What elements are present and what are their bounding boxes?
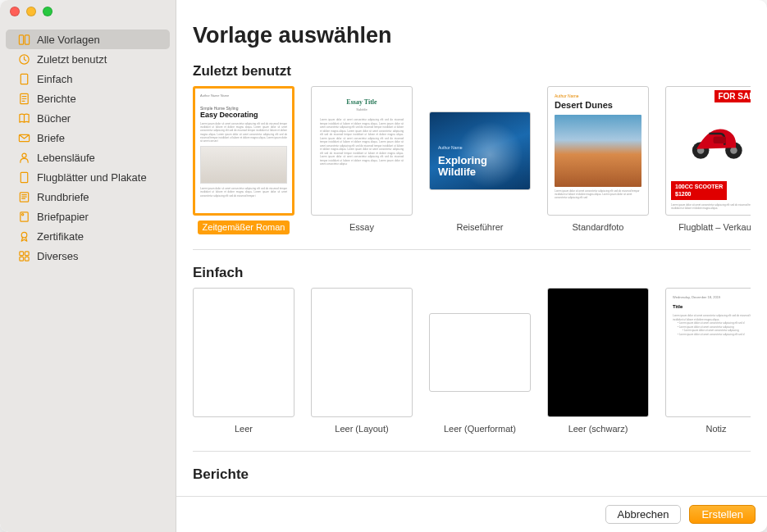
page-icon (17, 171, 30, 184)
template-thumbnail: Author NameExploringWildlife (429, 111, 531, 190)
templates-row: Author Name NameSimple Home StylingEasy … (193, 86, 751, 250)
template-tile[interactable]: Author NameDesert DunesLorem ipsum dolor… (547, 86, 649, 234)
template-thumbnail (193, 288, 294, 417)
sidebar-item-label: Flugblätter und Plakate (37, 171, 147, 184)
create-button[interactable]: Erstellen (689, 505, 756, 524)
template-tile[interactable]: FOR SALE100CC SCOOTER$1200Lorem ipsum do… (665, 86, 751, 234)
template-tile[interactable]: Wednesday, December 18, 2019TitleLorem i… (665, 288, 751, 436)
template-tile[interactable]: Author Name NameSimple Home StylingEasy … (193, 86, 294, 234)
sidebar-item-8[interactable]: Rundbriefe (6, 187, 170, 207)
templates-all-icon (17, 33, 30, 46)
sidebar-item-4[interactable]: Bücher (6, 108, 170, 128)
template-label: Standardfoto (568, 221, 629, 234)
zoom-window-button[interactable] (43, 7, 53, 16)
template-label: Leer (Querformat) (439, 422, 521, 436)
main-area: Vorlage auswählen Zuletzt benutztAuthor … (176, 0, 767, 532)
sidebar-item-11[interactable]: Diverses (6, 246, 170, 266)
sidebar-item-label: Rundbriefe (37, 191, 89, 203)
sidebar-item-6[interactable]: Lebensläufe (6, 148, 170, 167)
book-icon (17, 111, 30, 125)
template-label: Reiseführer (452, 221, 509, 234)
svg-point-10 (21, 213, 23, 215)
svg-rect-13 (25, 251, 29, 255)
sidebar: Alle VorlagenZuletzt benutztEinfachBeric… (0, 0, 176, 532)
template-thumbnail: Author Name NameSimple Home StylingEasy … (193, 86, 294, 216)
close-window-button[interactable] (10, 7, 20, 16)
template-thumbnail: Author NameDesert DunesLorem ipsum dolor… (547, 86, 649, 216)
minimize-window-button[interactable] (26, 7, 36, 16)
section-title: Zuletzt benutzt (193, 63, 751, 80)
svg-rect-1 (25, 34, 29, 43)
sidebar-item-label: Diverses (37, 250, 79, 262)
template-tile[interactable]: Author NameExploringWildlifeReiseführer (429, 86, 531, 234)
footer: Abbrechen Erstellen (176, 496, 767, 532)
template-label: Essay (345, 221, 379, 234)
sidebar-item-5[interactable]: Briefe (6, 128, 170, 148)
template-thumbnail: Wednesday, December 18, 2019TitleLorem i… (665, 288, 751, 417)
svg-point-11 (21, 232, 27, 238)
template-label: Leer (schwarz) (564, 422, 633, 436)
sidebar-item-label: Einfach (37, 73, 72, 85)
template-label: Flugblatt – Verkauf (673, 221, 751, 234)
sidebar-item-10[interactable]: Zertifikate (6, 226, 170, 246)
misc-icon (17, 249, 30, 262)
templates-row: LeerLeer (Layout)Leer (Querformat)Leer (… (193, 288, 751, 452)
template-tile[interactable]: Leer (Layout) (311, 288, 413, 436)
template-label: Leer (230, 422, 258, 436)
template-chooser-window: Alle VorlagenZuletzt benutztEinfachBeric… (0, 0, 767, 532)
svg-rect-14 (19, 257, 23, 261)
sidebar-item-label: Zertifikate (37, 230, 84, 243)
svg-rect-12 (19, 251, 23, 255)
svg-rect-20 (714, 136, 726, 143)
svg-rect-15 (25, 257, 29, 261)
sidebar-item-label: Bücher (37, 112, 71, 125)
titlebar (0, 0, 767, 23)
svg-rect-3 (21, 74, 27, 84)
template-tile[interactable]: Leer (schwarz) (547, 288, 649, 436)
person-icon (17, 151, 30, 164)
sidebar-item-label: Lebensläufe (37, 152, 95, 164)
stationery-icon (17, 210, 30, 223)
sidebar-item-3[interactable]: Berichte (6, 89, 170, 108)
template-tile[interactable]: Leer (193, 288, 294, 436)
sidebar-item-9[interactable]: Briefpapier (6, 207, 170, 226)
sidebar-item-7[interactable]: Flugblätter und Plakate (6, 167, 170, 187)
svg-point-19 (730, 147, 737, 154)
report-icon (17, 92, 30, 105)
template-thumbnail (429, 313, 531, 392)
template-thumbnail (311, 288, 413, 417)
sidebar-item-label: Berichte (37, 93, 76, 105)
template-label: Leer (Layout) (330, 422, 393, 436)
sidebar-item-0[interactable]: Alle Vorlagen (6, 30, 170, 49)
template-thumbnail (547, 288, 649, 417)
template-label: Zeitgemäßer Roman (198, 221, 290, 234)
sidebar-item-label: Briefpapier (37, 211, 89, 223)
page-icon (17, 72, 30, 85)
ribbon-icon (17, 230, 30, 243)
envelope-icon (17, 131, 30, 144)
sidebar-item-2[interactable]: Einfach (6, 69, 170, 89)
svg-rect-7 (21, 172, 27, 182)
sidebar-item-label: Briefe (37, 132, 65, 144)
page-title: Vorlage auswählen (193, 23, 751, 48)
svg-point-6 (21, 153, 25, 157)
clock-icon (17, 52, 30, 66)
template-thumbnail: FOR SALE100CC SCOOTER$1200Lorem ipsum do… (665, 86, 751, 216)
template-tile[interactable]: Essay TitleSubtitleLorem ipsum dolor sit… (311, 86, 413, 234)
section-title: Berichte (193, 466, 751, 483)
sidebar-item-label: Zuletzt benutzt (37, 53, 107, 66)
template-tile[interactable]: Leer (Querformat) (429, 288, 531, 436)
sidebar-item-label: Alle Vorlagen (37, 34, 100, 46)
svg-rect-9 (20, 211, 27, 221)
sidebar-item-1[interactable]: Zuletzt benutzt (6, 49, 170, 69)
svg-rect-0 (19, 34, 23, 43)
newsletter-icon (17, 190, 30, 203)
template-label: Notiz (701, 422, 731, 436)
content-scroll[interactable]: Vorlage auswählen Zuletzt benutztAuthor … (176, 0, 767, 496)
template-thumbnail: Essay TitleSubtitleLorem ipsum dolor sit… (311, 86, 413, 216)
cancel-button[interactable]: Abbrechen (605, 505, 682, 524)
section-title: Einfach (193, 265, 751, 281)
